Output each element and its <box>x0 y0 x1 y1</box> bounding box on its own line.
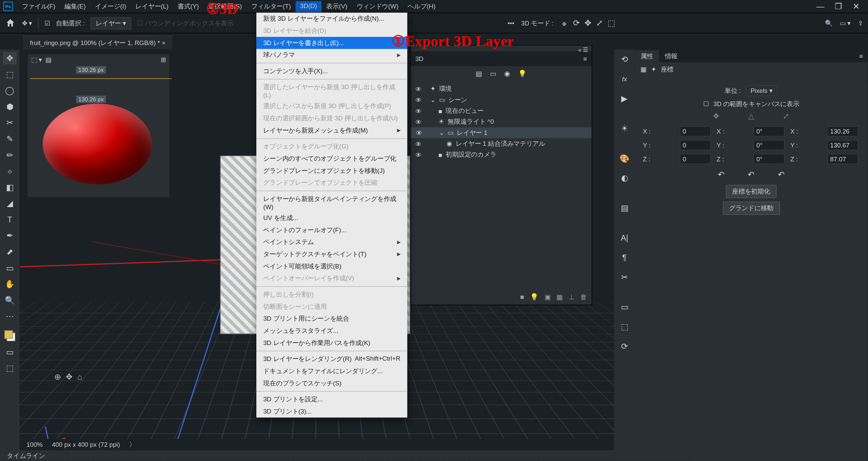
menu-item[interactable]: UV を生成... <box>256 212 407 224</box>
filter-light-icon[interactable]: 💡 <box>518 70 527 78</box>
visibility-icon[interactable]: 👁 <box>415 107 423 114</box>
ground-icon[interactable]: ▦ <box>556 293 563 301</box>
path-select-tool[interactable]: ⬈ <box>3 245 17 258</box>
rot-y-input[interactable] <box>753 140 785 151</box>
zoom-tool[interactable]: 🔍 <box>3 294 17 306</box>
rot-x-input[interactable] <box>753 126 785 137</box>
panel-icon-3[interactable]: ⟳ <box>618 340 631 352</box>
render-icon[interactable]: ▣ <box>545 293 551 301</box>
visibility-icon[interactable]: 👁 <box>415 85 423 92</box>
minimize-icon[interactable]: — <box>816 2 824 11</box>
menu-item[interactable]: ターゲットテクスチャをペイント(T) <box>256 248 407 260</box>
slide-icon[interactable]: ⤢ <box>596 18 603 27</box>
home-icon[interactable] <box>5 17 16 29</box>
sun-icon[interactable]: ☀ <box>618 122 631 135</box>
menu-item[interactable]: 球パノラマ <box>256 49 407 61</box>
menu-item[interactable]: レイヤーから新規タイルペインティングを作成(W) <box>256 193 407 212</box>
marquee-tool[interactable]: ⬚ <box>3 68 17 80</box>
new-icon[interactable]: ⊥ <box>569 293 574 301</box>
fx-icon[interactable]: fx <box>618 73 631 85</box>
move-tool-icon[interactable]: ✥ ▾ <box>22 19 33 27</box>
layer-select[interactable]: レイヤー ▾ <box>91 17 132 29</box>
menu-item[interactable]: 3D レイヤーをレンダリング(R)Alt+Shift+Ctrl+R <box>256 353 407 365</box>
tab-info[interactable]: 情報 <box>659 50 683 62</box>
visibility-icon[interactable]: 👁 <box>416 129 424 136</box>
crop-tool[interactable]: ✂ <box>3 116 17 129</box>
tree-row[interactable]: 👁■初期設定のカメラ <box>411 149 591 160</box>
view-settings-icon[interactable]: ⊞ <box>161 56 166 64</box>
menu-item[interactable]: シーン内のすべてのオブジェクトをグループ化 <box>256 153 407 165</box>
3d-view-widget[interactable]: ⬚ ▾ ▤ ⊞ 130.26 px 130.26 px <box>28 54 170 197</box>
pos-y-input[interactable] <box>680 140 711 151</box>
move-tool[interactable]: ✥ <box>3 52 17 64</box>
pan-icon[interactable]: ✥ <box>585 18 591 27</box>
pen-tool[interactable]: ✒ <box>3 229 17 242</box>
eraser-tool[interactable]: ◧ <box>3 181 17 193</box>
hand-tool[interactable]: ✋ <box>3 278 17 290</box>
filter-mesh-icon[interactable]: ▭ <box>490 70 496 78</box>
menu-表示[interactable]: 表示(V) <box>322 1 352 12</box>
tree-row[interactable]: 👁■現在のビュー <box>411 105 591 116</box>
filter-scene-icon[interactable]: ▤ <box>476 70 482 78</box>
paragraph-icon[interactable]: ¶ <box>618 251 631 264</box>
collapse-icon[interactable]: « ☰ <box>578 47 588 50</box>
menu-ウィンドウ[interactable]: ウィンドウ(W) <box>352 1 403 12</box>
menu-item[interactable]: ペイント可能領域を選択(B) <box>256 260 407 273</box>
menu-item[interactable]: ペイントのフォールオフ(F)... <box>256 224 407 236</box>
trash-icon[interactable]: 🗑 <box>580 293 587 301</box>
roll-icon[interactable]: ⟳ <box>573 18 580 27</box>
menu-ファイル[interactable]: ファイル(F) <box>17 1 60 12</box>
range-checkbox[interactable]: ☐ <box>703 100 709 108</box>
tree-row[interactable]: 👁⌄▭シーン <box>411 95 591 105</box>
orbit-icon[interactable]: 🜨 <box>560 18 569 27</box>
visibility-icon[interactable]: 👁 <box>415 140 423 147</box>
tree-row[interactable]: 👁✦環境 <box>411 83 591 94</box>
unit-select[interactable]: Pixels ▾ <box>745 85 778 96</box>
tree-row[interactable]: 👁⌄▭レイヤー 1 <box>411 127 591 138</box>
lasso-tool[interactable]: ◯ <box>3 84 17 97</box>
document-tab[interactable]: fruit_ringo.png @ 100% (レイヤー 1, RGB/8) *… <box>23 36 172 49</box>
palette-icon[interactable]: 🎨 <box>618 152 631 165</box>
expand-icon[interactable]: ⌄ <box>439 129 444 137</box>
tree-row[interactable]: 👁◉レイヤー 1 結合済みマテリアル <box>411 138 591 149</box>
light-icon[interactable]: 💡 <box>530 293 538 301</box>
menu-item[interactable]: 新規 3D レイヤーをファイルから作成(N)... <box>256 13 407 25</box>
workspace-icon[interactable]: ▭ ▾ <box>840 19 851 27</box>
menu-レイヤー[interactable]: レイヤー(L) <box>131 1 173 12</box>
3d-gizmo[interactable]: ⊕ ✥ ⌂ <box>54 372 82 381</box>
menu-item[interactable]: 3D プリント用にシーンを統合 <box>256 313 407 325</box>
gradient-tool[interactable]: ◢ <box>3 197 17 209</box>
reset-coords-button[interactable]: 座標を初期化 <box>726 185 777 198</box>
orbit-gizmo-icon[interactable]: ⊕ <box>54 372 61 381</box>
info-chevron-icon[interactable]: 〉 <box>129 440 136 449</box>
visibility-icon[interactable]: 👁 <box>415 118 423 125</box>
tab-properties[interactable]: 属性 <box>635 50 659 62</box>
menu-item[interactable]: ペイントシステム <box>256 236 407 248</box>
pos-z-input[interactable] <box>680 154 711 164</box>
move-to-ground-button[interactable]: グランドに移動 <box>723 202 780 215</box>
menu-イメージ[interactable]: イメージ(I) <box>90 1 131 12</box>
view-dropdown-icon[interactable]: ⬚ ▾ <box>31 56 42 64</box>
menu-item[interactable]: 3D レイヤーから作業用パスを作成(K) <box>256 337 407 349</box>
coord-icon[interactable]: ✦ <box>651 65 656 73</box>
camera-icon[interactable]: ■ <box>520 293 524 301</box>
menu-item[interactable]: コンテンツを入手(X)... <box>256 65 407 77</box>
type-tool[interactable]: T <box>3 213 17 226</box>
doc-info[interactable]: 400 px x 400 px (72 ppi) <box>52 441 120 448</box>
menu-item[interactable]: 現在のブラシでスケッチ(S) <box>256 377 407 389</box>
visibility-icon[interactable]: 👁 <box>415 97 423 103</box>
pan-gizmo-icon[interactable]: ✥ <box>66 372 73 381</box>
scale-y-input[interactable] <box>827 140 859 151</box>
screen-mode-icon[interactable]: ▭ <box>3 345 17 358</box>
menu-書式[interactable]: 書式(Y) <box>173 1 203 12</box>
share-icon[interactable]: ⇪ <box>858 19 863 27</box>
timeline-panel[interactable]: タイムライン <box>0 450 868 461</box>
menu-3d[interactable]: 3D(D) <box>296 1 322 12</box>
home-gizmo-icon[interactable]: ⌂ <box>77 372 82 381</box>
menu-ヘルプ[interactable]: ヘルプ(H) <box>403 1 440 12</box>
zoom-level[interactable]: 100% <box>26 441 43 448</box>
reset-rot-icon[interactable]: ↶ <box>748 170 754 179</box>
auto-select-checkbox[interactable]: ☑ <box>44 19 50 27</box>
scale-z-input[interactable] <box>827 154 859 164</box>
menu-item[interactable]: レイヤーから新規メッシュを作成(M) <box>256 124 407 137</box>
